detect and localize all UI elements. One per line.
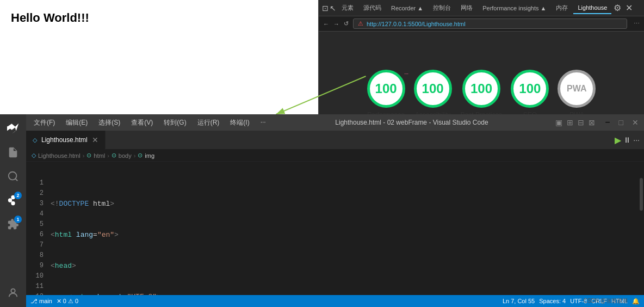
more-tabs-icon[interactable]: ⚙ ✕ [614,3,633,13]
more-run-icon[interactable]: ··· [633,136,640,144]
breadcrumb: ◇ Lighthouse.html › ⊙ html › ⊙ body › ⊙ … [26,150,644,162]
hello-world-text: Hello World!!! [11,11,89,25]
menu-edit[interactable]: 编辑(E) [64,117,90,128]
reload-icon[interactable]: ↺ [344,20,349,27]
source-control-icon[interactable]: 2 [3,191,23,210]
editor-tab-lighthouse[interactable]: ◇ Lighthouse.html ✕ [26,131,106,150]
menu-goto[interactable]: 转到(G) [162,117,188,128]
score-accessibility: 100 Accessibility [414,70,452,119]
breadcrumb-file[interactable]: ◇ Lighthouse.html [32,152,81,159]
scrollbar[interactable] [633,178,644,295]
seo-score: 100 [519,81,541,96]
error-icon: ✕ [57,298,61,305]
grid-layout-icon[interactable]: ⊟ [578,118,584,127]
activity-bar: 2 1 [0,114,26,307]
breadcrumb-img-icon: ⊙ [138,152,143,159]
menu-select[interactable]: 选择(S) [96,117,122,128]
tab-sources[interactable]: 源代码 [359,2,386,14]
best-practices-circle: 100 [462,70,500,108]
seo-circle: 100 [511,70,549,108]
breadcrumb-sep-3: › [134,152,136,159]
lighthouse-scores: 100 · · · Performance 100 Accessibility … [319,32,644,119]
score-seo: 100 SEO [511,70,549,119]
warning-icon: ⚠ [68,298,73,305]
git-icon: ⎇ [30,298,38,305]
pwa-circle: PWA [558,70,596,108]
breadcrumb-img-label: img [145,152,154,159]
score-best-practices: 100 Best Practices [461,70,503,119]
menu-more[interactable]: ··· [258,117,268,128]
settings-icon[interactable]: ⚙ [614,3,621,13]
accounts-icon[interactable] [3,283,23,303]
extensions-icon[interactable]: 1 [3,214,23,234]
tab-recorder[interactable]: Recorder ▲ [387,3,428,14]
editor-layout-icon[interactable]: ▣ [555,118,562,127]
tab-console[interactable]: 控制台 [429,2,455,14]
tab-close-icon[interactable]: ✕ [92,136,98,144]
devtools-address-bar: ← → ↺ ⚠ http://127.0.0.1:5500/Lighthouse… [319,16,644,32]
security-icon: ⚠ [358,20,363,27]
close-devtools-icon[interactable]: ✕ [626,3,633,13]
tab-performance[interactable]: Performance insights ▲ [478,3,550,14]
devtools-tabs: ⊡ ↖ 元素 源代码 Recorder ▲ 控制台 网络 Performance… [319,0,644,16]
line-numbers: 1 2 3 4 5 6 7 8 9 10 11 12 13 14 [26,178,48,295]
spaces-status[interactable]: Spaces: 4 [539,298,566,304]
line-col-label: Ln 7, Col 55 [503,298,535,304]
more-windows-icon[interactable]: ⊠ [589,118,595,127]
breadcrumb-html[interactable]: ⊙ html [86,152,105,159]
inspect-icon[interactable]: ↖ [330,4,336,13]
breadcrumb-filename: Lighthouse.html [38,152,81,159]
url-text: http://127.0.0.1:5500/Lighthouse.html [367,21,466,27]
tab-lighthouse[interactable]: Lighthouse [573,2,611,14]
menu-terminal[interactable]: 终端(I) [228,117,251,128]
code-line-2: <html lang="en"> [51,230,633,240]
accessibility-score: 100 [422,81,444,96]
breadcrumb-img[interactable]: ⊙ img [138,152,154,159]
error-status[interactable]: ✕ 0 ⚠ 0 [57,298,78,305]
menu-bar: 文件(F) 编辑(E) 选择(S) 查看(V) 转到(G) 运行(R) 终端(I… [32,117,268,128]
more-icon[interactable]: ⋯ [634,20,640,27]
breadcrumb-sep-2: › [107,152,109,159]
scrollbar-thumb[interactable] [640,178,643,211]
code-editor[interactable]: 1 2 3 4 5 6 7 8 9 10 11 12 13 14 <!DOCTY… [26,178,633,295]
breadcrumb-file-icon: ◇ [32,152,36,159]
minimize-btn[interactable]: − [605,118,610,127]
code-line-3: <head> [51,261,633,271]
notification-status[interactable]: 🔔 [632,298,640,305]
breadcrumb-html-icon: ⊙ [86,152,91,159]
code-content: <!DOCTYPE html> <html lang="en"> <head> … [51,178,633,295]
device-icon[interactable]: ⊡ [322,4,329,13]
tab-elements[interactable]: 元素 [337,2,358,14]
search-icon[interactable] [3,167,23,186]
warning-count: 0 [75,298,78,304]
svg-point-3 [11,289,15,293]
tab-memory[interactable]: 内存 [552,2,572,14]
spaces-label: Spaces: 4 [539,298,566,304]
explorer-icon[interactable] [3,143,23,162]
editor-tabs: ◇ Lighthouse.html ✕ ▶ ⏸ ··· [26,131,644,150]
extensions-badge: 1 [14,216,22,223]
split-editor-icon[interactable]: ⊞ [567,118,573,127]
error-count: 0 [63,298,66,304]
breadcrumb-body[interactable]: ⊙ body [112,152,132,159]
tab-network[interactable]: 网络 [456,2,477,14]
line-col-status[interactable]: Ln 7, Col 55 [503,298,535,304]
accessibility-circle: 100 [414,70,452,108]
window-title: Lighthouse.html - 02 webFrame - Visual S… [276,119,548,126]
maximize-btn[interactable]: □ [619,118,623,127]
menu-run[interactable]: 运行(R) [195,117,222,128]
breadcrumb-body-label: body [119,152,132,159]
csdn-watermark: CSDN @张朋朋朋 [584,297,628,305]
score-pwa: PWA PWA [558,70,596,119]
close-btn[interactable]: ✕ [632,118,639,127]
run-icon[interactable]: ▶ [615,135,621,145]
git-branch-status[interactable]: ⎇ main [30,298,52,305]
menu-view[interactable]: 查看(V) [129,117,155,128]
browser-area: Hello World!!! ⊡ ↖ 元素 源代码 Recorder ▲ 控制台… [0,0,644,114]
pause-icon[interactable]: ⏸ [623,136,631,144]
url-bar[interactable]: ⚠ http://127.0.0.1:5500/Lighthouse.html [353,19,627,29]
performance-circle: 100 · · · [367,70,405,108]
nav-back-icon[interactable]: ← [323,21,329,27]
nav-forward-icon[interactable]: → [333,21,339,27]
menu-file[interactable]: 文件(F) [32,117,57,128]
